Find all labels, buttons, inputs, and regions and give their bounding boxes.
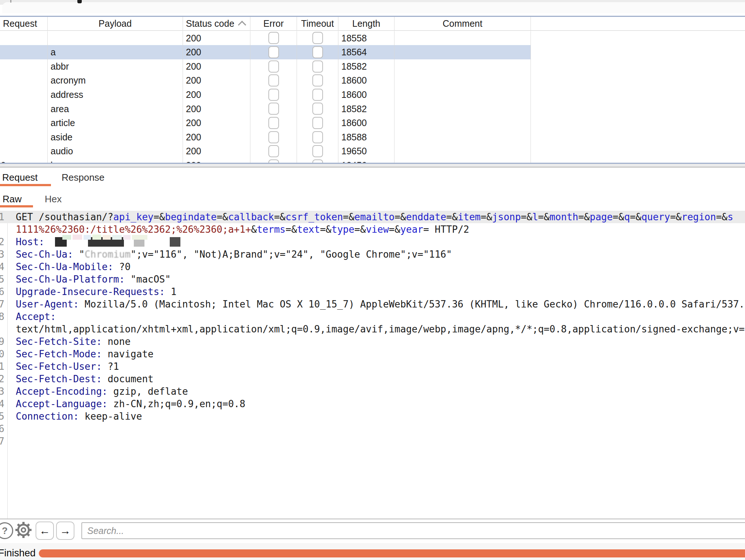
- row-0-payload[interactable]: [48, 31, 183, 45]
- row-9-status-code[interactable]: 200: [183, 158, 250, 163]
- column-header-status-code[interactable]: Status code: [183, 17, 250, 31]
- row-9-length[interactable]: 18456: [338, 158, 394, 163]
- column-header-comment[interactable]: Comment: [394, 17, 531, 31]
- request-line: 3Accept-Encoding: gzip, deflate: [0, 385, 745, 398]
- pane-splitter[interactable]: [0, 164, 745, 167]
- column-header-payload[interactable]: Payload: [48, 17, 183, 31]
- error-checkbox[interactable]: [268, 46, 279, 58]
- row-2-request-number[interactable]: [0, 59, 48, 74]
- row-1-payload[interactable]: a: [48, 45, 183, 59]
- row-1-length[interactable]: 18564: [338, 45, 394, 59]
- row-3-payload[interactable]: acronym: [48, 73, 183, 88]
- row-8-error-cell: [250, 144, 297, 158]
- row-2-status-code[interactable]: 200: [183, 59, 250, 74]
- next-button[interactable]: →: [56, 522, 74, 540]
- row-8-comment[interactable]: [394, 144, 531, 158]
- timeout-checkbox[interactable]: [312, 74, 323, 86]
- error-checkbox[interactable]: [268, 74, 279, 86]
- row-7-status-code[interactable]: 200: [183, 130, 250, 144]
- row-6-status-code[interactable]: 200: [183, 116, 250, 130]
- row-5-request-number[interactable]: [0, 102, 48, 116]
- row-5-comment[interactable]: [394, 102, 531, 116]
- timeout-checkbox[interactable]: [312, 117, 323, 129]
- search-input[interactable]: [81, 522, 745, 539]
- row-9-payload[interactable]: b: [48, 158, 183, 163]
- redaction-block: [170, 237, 180, 247]
- error-checkbox[interactable]: [268, 145, 279, 157]
- row-8-status-code[interactable]: 200: [183, 144, 250, 158]
- row-6-request-number[interactable]: [0, 116, 48, 130]
- row-2-length[interactable]: 18582: [338, 59, 394, 74]
- row-0-comment[interactable]: [394, 31, 531, 45]
- row-4-status-code[interactable]: 200: [183, 88, 250, 102]
- tab-raw[interactable]: Raw: [3, 194, 22, 205]
- column-header-request[interactable]: Request: [0, 17, 48, 31]
- row-1-timeout-cell: [297, 45, 338, 59]
- row-4-payload[interactable]: address: [48, 88, 183, 102]
- row-3-comment[interactable]: [394, 73, 531, 88]
- timeout-checkbox[interactable]: [312, 89, 323, 101]
- row-0-status-code[interactable]: 200: [183, 31, 250, 45]
- row-1-request-number[interactable]: [0, 45, 48, 59]
- column-header-length[interactable]: Length: [338, 17, 394, 31]
- error-checkbox[interactable]: [268, 32, 279, 44]
- row-4-request-number[interactable]: [0, 88, 48, 102]
- row-4-comment[interactable]: [394, 88, 531, 102]
- timeout-checkbox[interactable]: [312, 159, 323, 163]
- row-7-request-number[interactable]: [0, 130, 48, 144]
- tab-response[interactable]: Response: [62, 172, 104, 183]
- row-0-length[interactable]: 18558: [338, 31, 394, 45]
- row-6-length[interactable]: 18600: [338, 116, 394, 130]
- row-6-payload[interactable]: article: [48, 116, 183, 130]
- line-content: [16, 423, 745, 435]
- row-9-request-number[interactable]: 0: [0, 158, 48, 163]
- timeout-checkbox[interactable]: [312, 131, 323, 143]
- error-checkbox[interactable]: [268, 89, 279, 101]
- row-3-length[interactable]: 18600: [338, 73, 394, 88]
- request-editor[interactable]: 1GET /southasian/?api_key=&begindate=&ca…: [0, 211, 745, 519]
- previous-button[interactable]: ←: [36, 522, 54, 540]
- row-5-status-code[interactable]: 200: [183, 102, 250, 116]
- error-checkbox[interactable]: [268, 159, 279, 163]
- timeout-checkbox[interactable]: [312, 145, 323, 157]
- line-content: Sec-Fetch-Dest: document: [16, 373, 745, 385]
- row-7-length[interactable]: 18588: [338, 130, 394, 144]
- error-checkbox[interactable]: [268, 131, 279, 143]
- row-8-length[interactable]: 19650: [338, 144, 394, 158]
- timeout-checkbox[interactable]: [312, 103, 323, 115]
- row-5-payload[interactable]: area: [48, 102, 183, 116]
- row-1-comment[interactable]: [394, 45, 531, 59]
- row-0-request-number[interactable]: [0, 31, 48, 45]
- timeout-checkbox[interactable]: [312, 60, 323, 73]
- error-checkbox[interactable]: [268, 117, 279, 129]
- row-3-status-code[interactable]: 200: [183, 73, 250, 88]
- column-header-timeout[interactable]: Timeout: [297, 17, 338, 31]
- row-8-payload[interactable]: audio: [48, 144, 183, 158]
- tab-hex[interactable]: Hex: [45, 194, 62, 205]
- line-number: 1: [0, 360, 4, 373]
- row-2-payload[interactable]: abbr: [48, 59, 183, 74]
- row-9-comment[interactable]: [394, 158, 531, 163]
- help-icon[interactable]: ?: [0, 522, 13, 539]
- request-line: 5Sec-Ch-Ua-Platform: "macOS": [0, 273, 745, 285]
- error-checkbox[interactable]: [268, 103, 279, 115]
- row-5-timeout-cell: [297, 102, 338, 116]
- row-7-payload[interactable]: aside: [48, 130, 183, 144]
- row-6-comment[interactable]: [394, 116, 531, 130]
- settings-gear-icon[interactable]: [14, 520, 33, 539]
- row-7-comment[interactable]: [394, 130, 531, 144]
- line-number: 3: [0, 248, 4, 261]
- row-5-length[interactable]: 18582: [338, 102, 394, 116]
- timeout-checkbox[interactable]: [312, 46, 323, 58]
- attack-status-label: Finished: [0, 548, 36, 559]
- column-header-error[interactable]: Error: [250, 17, 297, 31]
- row-8-request-number[interactable]: [0, 144, 48, 158]
- row-4-length[interactable]: 18600: [338, 88, 394, 102]
- row-1-status-code[interactable]: 200: [183, 45, 250, 59]
- line-content: 1111%26%2360:/title%26%2362;%26%2360;a+1…: [16, 223, 745, 236]
- error-checkbox[interactable]: [268, 60, 279, 73]
- row-3-request-number[interactable]: [0, 73, 48, 88]
- row-2-comment[interactable]: [394, 59, 531, 74]
- tab-request[interactable]: Request: [2, 172, 38, 183]
- timeout-checkbox[interactable]: [312, 32, 323, 44]
